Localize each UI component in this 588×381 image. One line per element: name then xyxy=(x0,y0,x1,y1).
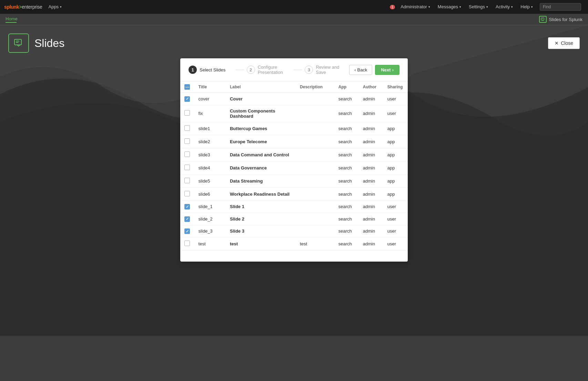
apps-nav-item[interactable]: Apps ▾ xyxy=(45,0,65,14)
help-arrow: ▾ xyxy=(531,0,533,14)
splunk-logo[interactable]: splunk>enterprise xyxy=(4,4,42,10)
cell-check-9 xyxy=(180,213,194,225)
cell-sharing-9: user xyxy=(383,213,408,225)
main-area: Slides ✕ Close 1 Select Slides 2 Configu… xyxy=(0,25,588,380)
top-navigation: splunk>enterprise Apps ▾ 1 Administrator… xyxy=(0,0,588,14)
cell-app-8: search xyxy=(334,201,359,213)
cell-app-3: search xyxy=(334,135,359,148)
cell-sharing-4: app xyxy=(383,148,408,161)
back-button[interactable]: ‹ Back xyxy=(349,65,372,75)
page-title: Slides xyxy=(34,37,64,50)
slides-for-splunk-button[interactable]: Slides for Splunk xyxy=(539,16,582,23)
row-checkbox-11[interactable] xyxy=(184,241,190,246)
row-checkbox-0[interactable] xyxy=(184,96,190,102)
messages-nav-item[interactable]: Messages ▾ xyxy=(434,0,465,14)
cell-author-4: admin xyxy=(359,148,383,161)
select-all-checkbox[interactable] xyxy=(184,84,190,90)
step-1-number: 1 xyxy=(189,66,197,74)
cell-check-4 xyxy=(180,148,194,161)
help-nav-item[interactable]: Help ▾ xyxy=(517,0,536,14)
col-header-check xyxy=(180,81,194,93)
row-checkbox-7[interactable] xyxy=(184,191,190,196)
row-checkbox-6[interactable] xyxy=(184,178,190,183)
cell-description-3 xyxy=(296,135,334,148)
settings-nav-item[interactable]: Settings ▾ xyxy=(465,0,491,14)
row-checkbox-4[interactable] xyxy=(184,152,190,157)
row-checkbox-3[interactable] xyxy=(184,138,190,144)
row-checkbox-5[interactable] xyxy=(184,165,190,170)
cell-title-4: slide3 xyxy=(194,148,226,161)
cell-description-6 xyxy=(296,174,334,187)
cell-description-10 xyxy=(296,225,334,237)
cell-author-5: admin xyxy=(359,161,383,174)
find-input[interactable] xyxy=(540,3,581,11)
table-row: cover Cover search admin user xyxy=(180,93,408,105)
steps-actions: ‹ Back Next › xyxy=(349,65,399,75)
step-3: 3 Review and Save xyxy=(305,65,349,75)
table-header-row: Title Label Description App Author xyxy=(180,81,408,93)
administrator-arrow: ▾ xyxy=(428,0,430,14)
steps-divider-1 xyxy=(236,70,244,70)
cell-label-6: Data Streaming xyxy=(226,174,296,187)
row-checkbox-10[interactable] xyxy=(184,228,190,234)
close-button[interactable]: ✕ Close xyxy=(548,37,580,49)
activity-nav-item[interactable]: Activity ▾ xyxy=(492,0,516,14)
cell-check-3 xyxy=(180,135,194,148)
breadcrumb-bar: Home Slides for Splunk xyxy=(0,14,588,25)
row-checkbox-1[interactable] xyxy=(184,110,190,116)
step-3-number: 3 xyxy=(305,66,313,74)
col-header-label: Label xyxy=(226,81,296,93)
cell-title-3: slide2 xyxy=(194,135,226,148)
slides-icon-large xyxy=(8,33,29,53)
topnav-right: 1 Administrator ▾ Messages ▾ Settings ▾ … xyxy=(390,0,584,14)
col-header-app: App xyxy=(334,81,359,93)
cell-author-8: admin xyxy=(359,201,383,213)
cell-description-11: test xyxy=(296,237,334,251)
col-header-sharing: Sharing xyxy=(383,81,408,93)
cell-author-11: admin xyxy=(359,237,383,251)
cell-label-4: Data Command and Control xyxy=(226,148,296,161)
cell-check-11 xyxy=(180,237,194,251)
step-1-label: Select Slides xyxy=(200,67,225,72)
find-input-wrapper[interactable] xyxy=(537,0,584,14)
home-breadcrumb[interactable]: Home xyxy=(6,16,18,21)
row-checkbox-9[interactable] xyxy=(184,216,190,222)
cell-title-6: slide5 xyxy=(194,174,226,187)
next-button[interactable]: Next › xyxy=(375,65,399,75)
cell-title-10: slide_3 xyxy=(194,225,226,237)
cell-app-11: search xyxy=(334,237,359,251)
cell-sharing-6: app xyxy=(383,174,408,187)
cell-title-2: slide1 xyxy=(194,122,226,135)
cell-description-0 xyxy=(296,93,334,105)
cell-title-7: slide6 xyxy=(194,187,226,201)
cell-label-8: Slide 1 xyxy=(226,201,296,213)
row-checkbox-2[interactable] xyxy=(184,125,190,131)
cell-description-2 xyxy=(296,122,334,135)
step-2-label: Configure Presentation xyxy=(258,65,291,75)
cell-sharing-3: app xyxy=(383,135,408,148)
table-row: slide_3 Slide 3 search admin user xyxy=(180,225,408,237)
step-2-number: 2 xyxy=(247,66,255,74)
cell-description-7 xyxy=(296,187,334,201)
cell-sharing-8: user xyxy=(383,201,408,213)
cell-title-9: slide_2 xyxy=(194,213,226,225)
cell-label-10: Slide 3 xyxy=(226,225,296,237)
cell-app-10: search xyxy=(334,225,359,237)
row-checkbox-8[interactable] xyxy=(184,204,190,209)
apps-dropdown-arrow: ▾ xyxy=(60,0,62,14)
back-chevron-icon: ‹ xyxy=(354,67,356,72)
administrator-nav-item[interactable]: Administrator ▾ xyxy=(397,0,434,14)
cell-app-9: search xyxy=(334,213,359,225)
cell-author-0: admin xyxy=(359,93,383,105)
slides-for-splunk-label: Slides for Splunk xyxy=(549,17,582,22)
breadcrumb-underline xyxy=(6,22,17,23)
cell-label-7: Workplace Readiness Detail xyxy=(226,187,296,201)
table-row: slide1 Buttercup Games search admin app xyxy=(180,122,408,135)
cell-sharing-2: app xyxy=(383,122,408,135)
steps-divider-2 xyxy=(294,70,302,70)
cell-author-2: admin xyxy=(359,122,383,135)
cell-author-3: admin xyxy=(359,135,383,148)
cell-sharing-7: app xyxy=(383,187,408,201)
cell-description-4 xyxy=(296,148,334,161)
col-header-description: Description xyxy=(296,81,334,93)
